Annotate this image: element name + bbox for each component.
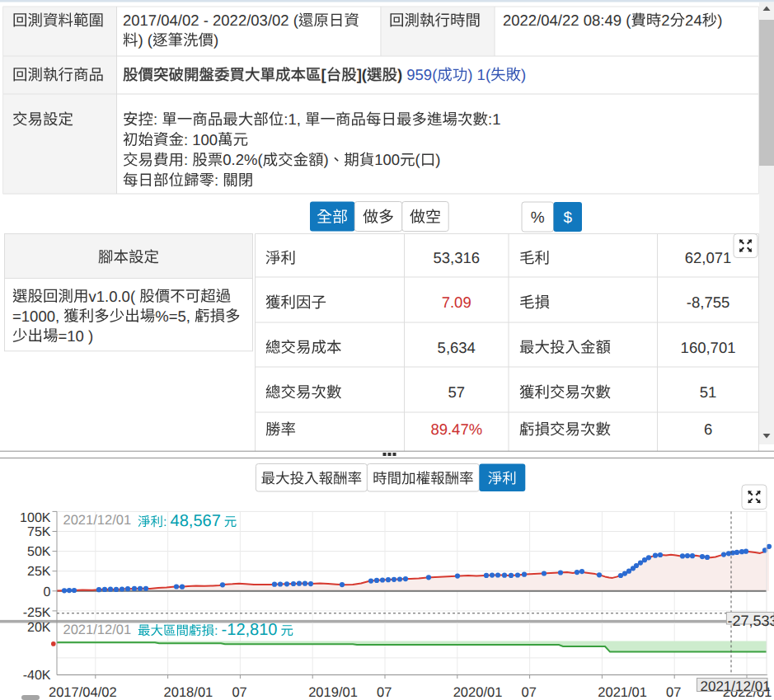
svg-text:2021/12/01: 2021/12/01 xyxy=(63,513,132,528)
svg-text::1: :1 xyxy=(488,110,500,128)
svg-text::: : xyxy=(184,151,192,168)
svg-text:62,071: 62,071 xyxy=(685,249,732,266)
svg-text:) 1(: ) 1( xyxy=(467,66,491,83)
svg-text:): ) xyxy=(435,151,440,168)
svg-text:: 100: : 100 xyxy=(184,131,218,148)
svg-text:-27,533: -27,533 xyxy=(728,613,774,629)
svg-text:51: 51 xyxy=(700,383,717,401)
svg-text:07: 07 xyxy=(232,685,246,700)
svg-text:2021/01: 2021/01 xyxy=(598,685,647,700)
svg-text:2020/01: 2020/01 xyxy=(453,685,503,700)
svg-text:25K: 25K xyxy=(27,565,51,579)
svg-text:6: 6 xyxy=(704,420,712,438)
svg-text::: : xyxy=(214,624,222,638)
svg-text:-8,755: -8,755 xyxy=(687,294,729,311)
svg-text:=10 ): =10 ) xyxy=(59,327,94,345)
svg-text::1,: :1, xyxy=(284,110,305,128)
svg-text:50K: 50K xyxy=(27,545,51,559)
svg-text:2021/12/01: 2021/12/01 xyxy=(701,679,771,694)
svg-text:07: 07 xyxy=(666,685,681,700)
svg-text:07: 07 xyxy=(522,685,537,700)
svg-text:160,701: 160,701 xyxy=(681,339,736,356)
svg-text:-25K: -25K xyxy=(23,606,51,620)
svg-text:) (: ) ( xyxy=(138,31,153,49)
svg-text:89.47%: 89.47% xyxy=(430,420,482,438)
svg-text:2018/01: 2018/01 xyxy=(164,685,213,700)
svg-text:=1000,: =1000, xyxy=(12,308,63,325)
svg-text:100K: 100K xyxy=(20,511,51,525)
svg-text:959(: 959( xyxy=(406,66,438,83)
svg-text:24: 24 xyxy=(685,12,702,29)
svg-text::: : xyxy=(153,110,162,128)
svg-text:2021/12/01: 2021/12/01 xyxy=(63,622,132,637)
svg-text:-40K: -40K xyxy=(23,669,51,683)
svg-text::: : xyxy=(214,171,223,189)
svg-text:100: 100 xyxy=(374,151,400,168)
svg-text:0.2%(: 0.2%( xyxy=(223,151,263,168)
svg-text:[: [ xyxy=(321,66,326,83)
svg-text:53,316: 53,316 xyxy=(434,249,481,266)
svg-text:): ) xyxy=(397,66,406,83)
svg-text:20K: 20K xyxy=(27,621,51,635)
svg-text:2017/04/02: 2017/04/02 xyxy=(49,685,117,700)
svg-text:75K: 75K xyxy=(27,525,51,539)
svg-text:-12,810: -12,810 xyxy=(222,621,278,639)
svg-text:](: ]( xyxy=(357,66,368,83)
svg-text:2017/04/02 - 2022/03/02 (: 2017/04/02 - 2022/03/02 ( xyxy=(123,12,299,29)
svg-text:48,567: 48,567 xyxy=(171,512,221,530)
svg-text:2: 2 xyxy=(661,12,669,29)
svg-text:5,634: 5,634 xyxy=(438,339,476,356)
svg-text:): ) xyxy=(213,31,218,49)
svg-text:7.09: 7.09 xyxy=(442,294,471,311)
svg-text:): ) xyxy=(324,151,329,168)
svg-text:2022/04/22 08:49 (: 2022/04/22 08:49 ( xyxy=(503,12,631,29)
svg-text:(: ( xyxy=(415,151,421,168)
svg-text:%: % xyxy=(531,209,545,227)
svg-text::: : xyxy=(163,515,171,529)
svg-text:2019/01: 2019/01 xyxy=(308,685,358,700)
svg-text:57: 57 xyxy=(448,383,466,401)
svg-text:): ) xyxy=(717,12,722,29)
svg-text:0: 0 xyxy=(44,585,51,599)
svg-text:07: 07 xyxy=(377,685,392,700)
svg-text:): ) xyxy=(521,66,526,83)
svg-text:%=5,: %=5, xyxy=(155,308,195,325)
svg-text:$: $ xyxy=(564,209,573,227)
svg-text:v1.0.0(: v1.0.0( xyxy=(89,288,140,305)
